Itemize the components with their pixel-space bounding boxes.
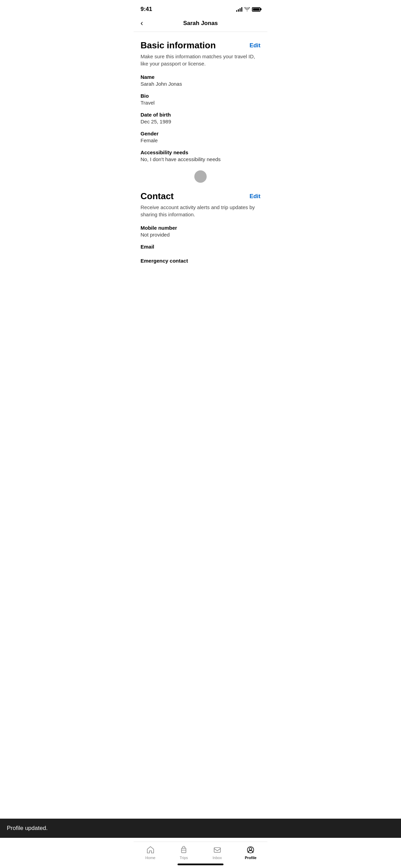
status-bar: 9:41 — [134, 0, 267, 16]
field-email: Email — [141, 244, 260, 250]
contact-edit-button[interactable]: Edit — [250, 191, 260, 200]
field-name: Name Sarah John Jonas — [141, 74, 260, 87]
field-bio: Bio Travel — [141, 93, 260, 106]
field-accessibility-label: Accessibility needs — [141, 149, 260, 155]
field-gender: Gender Female — [141, 131, 260, 143]
wifi-icon — [244, 7, 250, 11]
contact-desc: Receive account activity alerts and trip… — [141, 204, 260, 218]
scroll-indicator — [141, 170, 260, 183]
field-dob-value: Dec 25, 1989 — [141, 119, 260, 124]
status-time: 9:41 — [141, 6, 152, 13]
field-mobile-value: Not provided — [141, 232, 260, 238]
field-dob: Date of birth Dec 25, 1989 — [141, 112, 260, 124]
field-emergency: Emergency contact — [141, 258, 260, 264]
field-name-label: Name — [141, 74, 260, 80]
main-content: Basic information Edit Make sure this in… — [134, 32, 267, 338]
contact-section: Contact Edit Receive account activity al… — [141, 191, 260, 250]
battery-icon — [252, 7, 260, 12]
contact-title: Contact — [141, 191, 174, 202]
nav-header: ‹ Sarah Jonas — [134, 16, 267, 32]
basic-info-title: Basic information — [141, 40, 216, 51]
field-name-value: Sarah John Jonas — [141, 81, 260, 87]
field-gender-value: Female — [141, 137, 260, 143]
field-bio-value: Travel — [141, 100, 260, 106]
scroll-dot — [194, 170, 207, 183]
page-title: Sarah Jonas — [183, 20, 218, 27]
signal-icon — [236, 7, 242, 12]
basic-info-section: Basic information Edit Make sure this in… — [141, 40, 260, 162]
back-button[interactable]: ‹ — [141, 20, 143, 27]
field-dob-label: Date of birth — [141, 112, 260, 118]
field-email-label: Email — [141, 244, 260, 250]
basic-info-desc: Make sure this information matches your … — [141, 53, 260, 67]
basic-info-header: Basic information Edit — [141, 40, 260, 51]
field-mobile-label: Mobile number — [141, 225, 260, 231]
field-gender-label: Gender — [141, 131, 260, 136]
field-bio-label: Bio — [141, 93, 260, 99]
field-accessibility: Accessibility needs No, I don't have acc… — [141, 149, 260, 162]
field-mobile: Mobile number Not provided — [141, 225, 260, 238]
field-emergency-label: Emergency contact — [141, 258, 260, 264]
basic-info-edit-button[interactable]: Edit — [250, 40, 260, 49]
contact-header: Contact Edit — [141, 191, 260, 202]
status-icons — [236, 7, 260, 12]
field-accessibility-value: No, I don't have accessibility needs — [141, 156, 260, 162]
